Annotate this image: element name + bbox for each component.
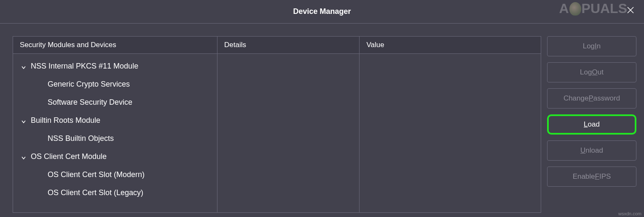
chevron-down-icon	[21, 153, 27, 159]
module-builtin-roots[interactable]: Builtin Roots Module	[13, 111, 217, 130]
logout-button[interactable]: Log Out	[547, 62, 636, 82]
modules-header: Security Modules and Devices	[13, 37, 217, 54]
button-sidebar: Log In Log Out Change Password Load Unlo…	[547, 36, 636, 213]
titlebar: Device Manager	[0, 0, 644, 24]
device-os-client-cert-legacy[interactable]: OS Client Cert Slot (Legacy)	[13, 184, 217, 202]
module-os-client-cert[interactable]: OS Client Cert Module	[13, 148, 217, 166]
details-column: Details	[217, 37, 360, 212]
enable-fips-button[interactable]: Enable FIPS	[547, 167, 636, 187]
device-nss-builtin-objects[interactable]: NSS Builtin Objects	[13, 130, 217, 148]
device-software-security[interactable]: Software Security Device	[13, 93, 217, 111]
details-panel: Details Value	[217, 36, 541, 213]
close-icon[interactable]	[625, 4, 636, 16]
value-column: Value	[360, 37, 541, 212]
value-header: Value	[360, 37, 541, 54]
window-title: Device Manager	[293, 7, 351, 16]
module-label: NSS Internal PKCS #11 Module	[31, 62, 138, 70]
details-header: Details	[217, 37, 359, 54]
load-button[interactable]: Load	[547, 114, 636, 135]
login-button[interactable]: Log In	[547, 36, 636, 56]
module-label: Builtin Roots Module	[31, 116, 100, 124]
modules-panel: Security Modules and Devices NSS Interna…	[13, 36, 217, 213]
panels: Security Modules and Devices NSS Interna…	[13, 36, 541, 213]
content-area: Security Modules and Devices NSS Interna…	[0, 24, 644, 217]
module-nss-internal[interactable]: NSS Internal PKCS #11 Module	[13, 57, 217, 75]
unload-button[interactable]: Unload	[547, 140, 636, 161]
chevron-down-icon	[21, 62, 27, 68]
chevron-down-icon	[21, 116, 27, 122]
change-password-button[interactable]: Change Password	[547, 88, 636, 108]
device-generic-crypto[interactable]: Generic Crypto Services	[13, 75, 217, 93]
module-label: OS Client Cert Module	[31, 152, 107, 161]
modules-tree: NSS Internal PKCS #11 Module Generic Cry…	[13, 54, 217, 205]
device-os-client-cert-modern[interactable]: OS Client Cert Slot (Modern)	[13, 166, 217, 184]
footer-watermark: wsxdn.com	[618, 211, 641, 216]
